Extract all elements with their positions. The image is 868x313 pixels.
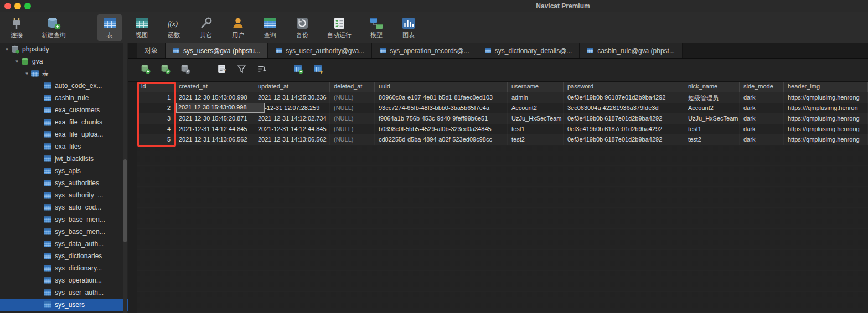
sidebar-table-item[interactable]: casbin_rule xyxy=(0,92,128,104)
cell-updated_at[interactable]: 2021-12-31 14:13:06.562 xyxy=(254,134,330,145)
chevron-down-icon[interactable]: ▾ xyxy=(3,46,11,52)
sidebar-scrollbar[interactable] xyxy=(123,43,127,313)
sidebar-scrollbar-thumb[interactable] xyxy=(123,159,127,242)
cell-updated_at[interactable]: 2021-12-31 14:25:30.236 xyxy=(254,92,330,103)
cell-password[interactable]: 0ef3e419b0b 6187e01d2b9ba4292 xyxy=(564,134,684,145)
sidebar-table-item[interactable]: sys_auto_cod... xyxy=(0,201,128,213)
cell-nick_name[interactable]: Account2 xyxy=(684,103,740,113)
cell-uuid[interactable]: 93cc7274-65fb-48f3-bbb0-3ba5b65f7e4a xyxy=(375,103,508,113)
tree-item-tables[interactable]: ▾表 xyxy=(0,67,128,80)
grid-empty-area[interactable] xyxy=(137,145,868,313)
cell-password[interactable]: 0ef3e419b0b 6187e01d2b9ba4292 xyxy=(564,113,684,124)
cell-uuid[interactable]: 80960c0a-e107-4e81-b5d1-81faec0ed103 xyxy=(375,92,508,103)
sidebar-table-item[interactable]: exa_customers xyxy=(0,104,128,116)
cell-side_mode[interactable]: dark xyxy=(740,124,784,134)
cell-deleted_at[interactable]: (NULL) xyxy=(330,113,375,124)
others-button[interactable]: 其它 xyxy=(194,14,218,41)
column-header-updated_at[interactable]: updated_at xyxy=(254,82,330,92)
cell-deleted_at[interactable]: (NULL) xyxy=(330,103,375,113)
column-header-header_img[interactable]: header_img xyxy=(784,82,868,92)
tab-casbin-rule[interactable]: casbin_rule@gva (phpst... xyxy=(580,43,683,58)
sidebar-table-item[interactable]: exa_file_uploa... xyxy=(0,128,128,140)
tab-sys-operation-records[interactable]: sys_operation_records@... xyxy=(372,43,477,58)
cell-nick_name[interactable]: test1 xyxy=(684,124,740,134)
column-header-side_mode[interactable]: side_mode xyxy=(740,82,784,92)
cell-password[interactable]: 0ef3e419b0b 6187e01d2b9ba4292 xyxy=(564,124,684,134)
cell-uuid[interactable]: cd82255d-d5ba-4894-a02f-523ed09c98cc xyxy=(375,134,508,145)
transaction-commit-button[interactable] xyxy=(158,64,172,77)
cell-header_img[interactable]: https://qmplusimg.henrong xyxy=(784,92,868,103)
cell-deleted_at[interactable]: (NULL) xyxy=(330,92,375,103)
cell-created_at[interactable]: 2021-12-30 15:43:00.998 xyxy=(175,92,254,103)
cell-password[interactable]: 0ef3e419b0b 96187e01d2b9ba4292 xyxy=(564,92,684,103)
column-header-nick_name[interactable]: nick_name xyxy=(684,82,740,92)
cell-id[interactable]: 1 xyxy=(137,92,175,103)
chevron-down-icon[interactable]: ▾ xyxy=(23,71,30,76)
tab-objects[interactable]: 对象 xyxy=(137,43,166,58)
cell-username[interactable]: test1 xyxy=(508,124,564,134)
column-header-id[interactable]: id xyxy=(137,82,175,92)
sidebar-table-item[interactable]: sys_operation... xyxy=(0,274,128,286)
grid-import-button[interactable] xyxy=(291,64,304,77)
sidebar-table-item[interactable]: sys_base_men... xyxy=(0,226,128,238)
minimize-window-button[interactable] xyxy=(14,3,21,9)
cell-id[interactable]: 5 xyxy=(137,134,175,145)
cell-updated_at[interactable]: 21-12-31 12:07:28.259 xyxy=(254,103,330,113)
cell-nick_name[interactable]: 超级管理员 xyxy=(684,92,740,103)
new-query-button[interactable]: 新建查询 xyxy=(37,14,71,41)
cell-deleted_at[interactable]: (NULL) xyxy=(330,134,375,145)
cell-username[interactable]: Account2 xyxy=(508,103,564,113)
model-button[interactable]: 模型 xyxy=(364,14,389,41)
users-button[interactable]: 用户 xyxy=(226,14,250,41)
tables-button[interactable]: 表 xyxy=(97,14,122,41)
cell-id[interactable]: 2 xyxy=(137,103,175,113)
cell-updated_at[interactable]: 2021-12-31 14:12:02.734 xyxy=(254,113,330,124)
cell-header_img[interactable]: https://qmplusimg.henrong xyxy=(784,134,868,145)
cell-username[interactable]: admin xyxy=(508,92,564,103)
cell-username[interactable]: UzJu_HxSecTeam xyxy=(508,113,564,124)
cell-header_img[interactable]: https:///qmplusimg.henron xyxy=(784,103,868,113)
cell-created_at[interactable]: 2021-12-31 14:13:06.562 xyxy=(175,134,254,145)
tab-sys-users[interactable]: sys_users@gva (phpstu... xyxy=(166,43,268,58)
cell-uuid[interactable]: f9064a1b-756b-453c-9d40-9feff99b6e51 xyxy=(375,113,508,124)
sidebar-table-item[interactable]: jwt_blacklists xyxy=(0,153,128,165)
sidebar-table-item[interactable]: sys_base_men... xyxy=(0,213,128,226)
column-header-deleted_at[interactable]: deleted_at xyxy=(330,82,375,92)
automation-button[interactable]: 自动运行 xyxy=(322,14,356,41)
sidebar-table-item[interactable]: sys_data_auth... xyxy=(0,238,128,250)
cell-side_mode[interactable]: dark xyxy=(740,103,784,113)
cell-username[interactable]: test2 xyxy=(508,134,564,145)
column-header-created_at[interactable]: created_at xyxy=(175,82,254,92)
column-header-uuid[interactable]: uuid xyxy=(375,82,508,92)
connect-button[interactable]: 连接 xyxy=(4,14,29,41)
sidebar-table-item[interactable]: sys_apis xyxy=(0,165,128,177)
cell-header_img[interactable]: https://qmplusimg.henrong xyxy=(784,124,868,134)
cell-edit-input[interactable]: 2021-12-30 15:43:00.998 xyxy=(176,103,265,113)
chevron-down-icon[interactable]: ▾ xyxy=(13,59,20,64)
sidebar-table-item[interactable]: exa_file_chunks xyxy=(0,116,128,128)
cell-deleted_at[interactable]: (NULL) xyxy=(330,124,375,134)
cell-header_img[interactable]: https://qmplusimg.henrong xyxy=(784,113,868,124)
sidebar-table-item[interactable]: sys_dictionaries xyxy=(0,250,128,262)
functions-button[interactable]: f(x)函数 xyxy=(162,14,186,41)
sidebar-table-item[interactable]: sys_authorities xyxy=(0,177,128,189)
tab-sys-dictionary-details[interactable]: sys_dictionary_details@... xyxy=(477,43,580,58)
column-header-password[interactable]: password xyxy=(564,82,684,92)
cell-password[interactable]: 3ec063004a 42261936a379fde3d xyxy=(564,103,684,113)
tree-item-gva[interactable]: ▾gva xyxy=(0,55,128,67)
chart-button[interactable]: 图表 xyxy=(396,14,421,41)
tab-sys-user-authority[interactable]: sys_user_authority@gva... xyxy=(268,43,372,58)
cell-updated_at[interactable]: 2021-12-31 14:12:44.845 xyxy=(254,124,330,134)
tree-item-phpstudy[interactable]: ▾phpstudy xyxy=(0,43,128,55)
cell-created_at[interactable]: 2021-12-31 14:12:44.845 xyxy=(175,124,254,134)
sidebar-table-item[interactable]: exa_files xyxy=(0,140,128,153)
sidebar-table-item[interactable]: sys_users xyxy=(0,299,128,311)
cell-side_mode[interactable]: dark xyxy=(740,92,784,103)
sidebar-table-item[interactable]: sys_authority_... xyxy=(0,189,128,201)
transaction-begin-button[interactable] xyxy=(138,64,152,77)
zoom-window-button[interactable] xyxy=(24,3,31,9)
sort-button[interactable] xyxy=(255,64,268,77)
cell-uuid[interactable]: b0398c0f-5bb5-4529-af0b-323ed0a34845 xyxy=(375,124,508,134)
column-header-username[interactable]: username xyxy=(508,82,564,92)
sidebar-table-item[interactable]: sys_dictionary... xyxy=(0,262,128,274)
